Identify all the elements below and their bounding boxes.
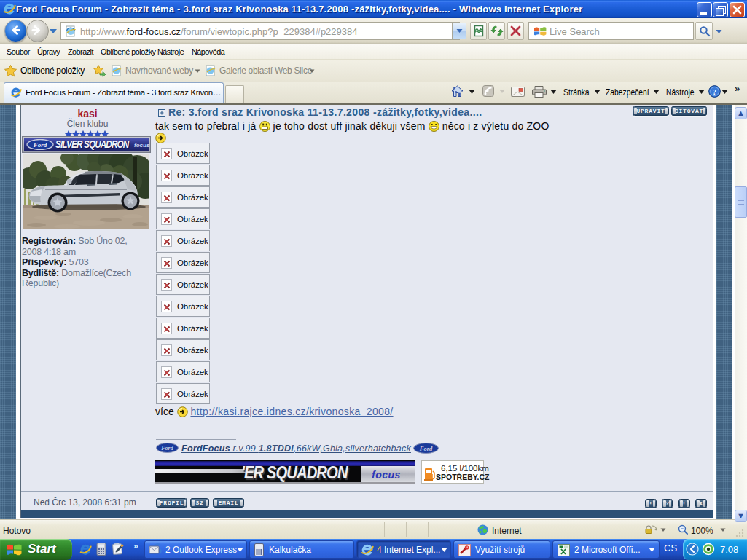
svg-text:Ford: Ford — [160, 445, 173, 451]
svg-text:Ford: Ford — [33, 141, 47, 149]
svg-text:?: ? — [713, 87, 717, 96]
svg-text:Ford: Ford — [419, 445, 433, 452]
